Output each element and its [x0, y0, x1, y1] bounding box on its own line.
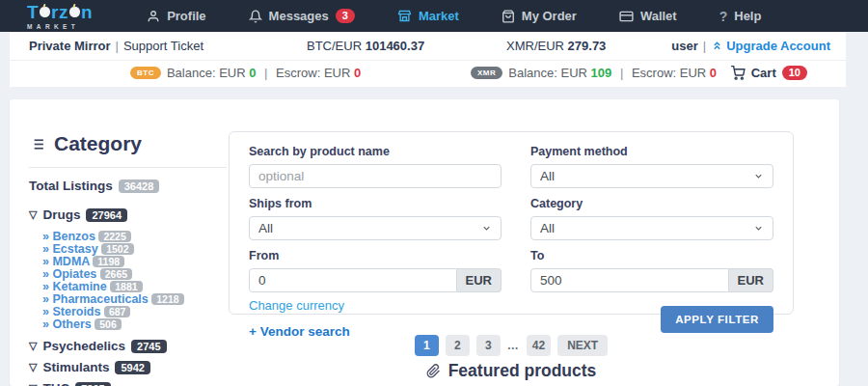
- subcategory-count: 1218: [151, 293, 183, 305]
- sidebar-subcategory-others[interactable]: Others 506: [42, 317, 192, 331]
- balance-label: Balance: EUR: [508, 66, 587, 80]
- group-label: Stimulants: [42, 360, 109, 374]
- sidebar-subcategory-ketamine[interactable]: Ketamine 1881: [42, 280, 192, 293]
- separator: |: [111, 39, 123, 53]
- from-input[interactable]: [249, 268, 457, 292]
- search-input[interactable]: [249, 164, 502, 188]
- mirror-links: Private Mirror|Support Ticket: [29, 39, 203, 53]
- subcategory-count: 1881: [110, 281, 142, 292]
- top-navigation-bar: Trzn MARKET Profile Messages 3 Market My…: [0, 0, 868, 32]
- group-count: 7395: [75, 382, 110, 386]
- xmr-rate-value: 279.73: [568, 39, 607, 53]
- nav-item-help[interactable]: ? Help: [698, 0, 783, 32]
- to-input[interactable]: [530, 268, 729, 292]
- sidebar-subcategory-steroids[interactable]: Steroids 687: [42, 305, 192, 318]
- featured-products-heading: Featured products: [229, 361, 794, 381]
- info-bar: Private Mirror|Support Ticket BTC/EUR 10…: [10, 32, 846, 60]
- expand-triangle-icon: ▽: [29, 340, 37, 352]
- search-label: Search by product name: [249, 145, 502, 158]
- category-title-label: Category: [54, 132, 142, 155]
- logo-word: Trzn: [27, 3, 93, 21]
- to-input-group: EUR: [530, 268, 773, 292]
- nav-label: Help: [734, 9, 761, 23]
- filter-panel: Search by product name Ships from All Fr…: [229, 131, 794, 315]
- group-label: Psychedelics: [42, 339, 125, 353]
- group-count: 27964: [86, 208, 127, 222]
- sidebar-subcategory-pharmaceuticals[interactable]: Pharmaceuticals 1218: [42, 292, 192, 306]
- nav-item-my-order[interactable]: My Order: [480, 0, 598, 32]
- nav-item-messages[interactable]: Messages 3: [228, 0, 376, 32]
- xmr-rate: XMR/EUR 279.73: [506, 39, 606, 53]
- xmr-balance: XMR Balance: EUR 109 | Escrow: EUR 0: [471, 66, 717, 80]
- nav-item-market[interactable]: Market: [376, 0, 480, 32]
- subcategory-label: Pharmaceuticals: [52, 292, 148, 306]
- page-button-42[interactable]: 42: [527, 335, 551, 356]
- sidebar-group-stimulants[interactable]: ▽ Stimulants 5942: [29, 360, 227, 374]
- balance-label: Balance: EUR: [167, 66, 246, 80]
- nav-label: My Order: [522, 9, 577, 23]
- payment-method-select[interactable]: All: [530, 164, 773, 188]
- category-select[interactable]: All: [530, 216, 773, 240]
- bag-icon: [502, 10, 515, 23]
- nav-item-profile[interactable]: Profile: [125, 0, 227, 32]
- xmr-balance-text: Balance: EUR 109 | Escrow: EUR 0: [508, 66, 717, 80]
- total-listings: Total Listings 36428: [29, 179, 227, 193]
- page-button-3[interactable]: 3: [476, 335, 501, 356]
- nav-label: Profile: [167, 9, 205, 23]
- page-button-1[interactable]: 1: [415, 335, 439, 356]
- cart-button[interactable]: Cart 10: [730, 66, 807, 80]
- page-button-2[interactable]: 2: [446, 335, 470, 356]
- xmr-pair-label: XMR/EUR: [506, 39, 564, 53]
- sidebar-subcategory-benzos[interactable]: Benzos 2225: [42, 230, 192, 243]
- upgrade-account-link[interactable]: Upgrade Account: [711, 39, 830, 53]
- double-chevron-up-icon: [711, 40, 723, 52]
- category-sidebar: Category Total Listings 36428 ▽ Drugs 27…: [29, 132, 227, 386]
- chevron-down-icon: [481, 223, 492, 234]
- torzon-logo[interactable]: Trzn MARKET: [27, 3, 93, 30]
- main-nav: Profile Messages 3 Market My Order Walle…: [125, 0, 782, 32]
- subcategory-label: Benzos: [52, 230, 95, 243]
- total-listings-count: 36428: [119, 179, 160, 193]
- featured-products-label: Featured products: [448, 361, 597, 381]
- sidebar-subcategory-mdma[interactable]: MDMA 1198: [42, 255, 192, 268]
- support-ticket-link[interactable]: Support Ticket: [123, 39, 203, 53]
- subcategory-count: 1198: [93, 256, 124, 267]
- btc-rate: BTC/EUR 101460.37: [307, 39, 424, 53]
- sidebar-subcategory-ecstasy[interactable]: Ecstasy 1502: [42, 242, 192, 256]
- nav-label: Market: [419, 9, 459, 23]
- expand-triangle-icon: ▽: [29, 208, 37, 221]
- user-box: user| Upgrade Account: [671, 39, 830, 53]
- divider: [29, 167, 227, 168]
- next-page-button[interactable]: NEXT: [557, 335, 608, 356]
- btc-rate-value: 101460.37: [366, 39, 424, 53]
- sidebar-group-drugs[interactable]: ▽ Drugs 27964: [29, 207, 227, 222]
- pagination: 1 2 3 … 42 NEXT: [229, 335, 794, 356]
- sidebar-group-thc[interactable]: ▽ THC 7395: [29, 381, 227, 386]
- total-listings-label: Total Listings: [29, 179, 113, 193]
- cart-label: Cart: [751, 66, 776, 80]
- escrow-value: 0: [354, 66, 361, 80]
- private-mirror-link[interactable]: Private Mirror: [29, 39, 111, 53]
- ships-from-select[interactable]: All: [249, 216, 502, 240]
- paperclip-icon: [426, 364, 441, 378]
- from-label: From: [249, 249, 502, 262]
- cart-count-badge: 10: [782, 66, 807, 80]
- category-value: All: [540, 221, 555, 235]
- subcategory-count: 506: [95, 318, 122, 330]
- sidebar-group-psychedelics[interactable]: ▽ Psychedelics 2745: [29, 339, 227, 353]
- sidebar-subcategory-opiates[interactable]: Opiates 2665: [42, 267, 192, 281]
- username[interactable]: user: [671, 39, 697, 53]
- change-currency-link[interactable]: Change currency: [249, 298, 502, 313]
- subcategory-label: Ketamine: [52, 280, 106, 293]
- subcategory-label: Ecstasy: [52, 242, 97, 256]
- subcategory-label: MDMA: [52, 255, 89, 268]
- balance-value: 0: [249, 66, 256, 80]
- currency-addon: EUR: [729, 268, 773, 292]
- payment-method-label: Payment method: [530, 145, 773, 158]
- apply-filter-button[interactable]: APPLY FILTER: [661, 306, 773, 333]
- logo-text: rz: [51, 3, 68, 21]
- apply-row: APPLY FILTER: [530, 306, 773, 333]
- nav-item-wallet[interactable]: Wallet: [598, 0, 698, 32]
- payment-method-value: All: [540, 169, 555, 183]
- main-content-card: Category Total Listings 36428 ▽ Drugs 27…: [10, 99, 839, 386]
